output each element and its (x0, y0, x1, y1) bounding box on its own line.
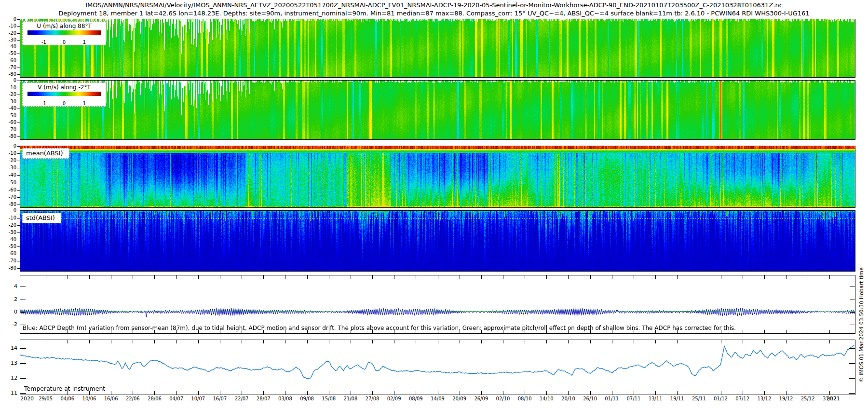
x-axis-date-label: 02/09 (383, 396, 405, 401)
depth-tick-mark (17, 197, 20, 198)
depth-tick-mark (17, 137, 20, 137)
depth-tick-label: -20 (2, 92, 16, 97)
u-legend-label: U (m/s) along 88°T (23, 23, 106, 29)
u-velocity-heatmap (20, 19, 855, 77)
x-axis-date-label: 01/12 (710, 396, 732, 401)
u-colorbar-tick-neg1: -1 (41, 40, 46, 45)
depth-tick-label: -40 (2, 237, 16, 242)
depth-tick-mark (17, 26, 20, 27)
depth-tick-mark (17, 218, 20, 219)
depth-tick-mark (17, 33, 20, 34)
depth-tick-mark (17, 246, 20, 247)
mean-absi-label: mean(ABSI) (22, 148, 69, 159)
depth-tick-label: -70 (2, 127, 16, 132)
x-axis-date-label: 10/07 (188, 396, 209, 401)
depth-tick-mark (17, 232, 20, 233)
depth-tick-label: -60 (2, 120, 16, 125)
depth-tick-label: -30 (2, 37, 16, 42)
std-absi-panel: std(ABSI) (20, 210, 855, 272)
depth-tick-label: -50 (2, 51, 16, 56)
depth-tick-label: -70 (2, 194, 16, 200)
x-axis-date-label: 16/06 (100, 396, 122, 401)
depth-tick-label: -50 (2, 180, 16, 185)
depth-tick-label: 0 (2, 16, 16, 22)
imos-copyright-watermark: © IMOS 01-Mar-2024 03:50:30 Hobart time (858, 267, 865, 383)
depth-tick-mark (17, 190, 20, 191)
x-axis-date-label: 03/08 (274, 396, 296, 401)
depth-tick-mark (17, 81, 20, 81)
x-axis-date-label: 07/12 (732, 396, 753, 401)
depth-tick-label: -60 (2, 58, 16, 63)
depth-tick-mark (17, 153, 20, 154)
depth-tick-label: -70 (2, 65, 16, 70)
depth-tick-label: -30 (2, 230, 16, 235)
depth-tick-mark (17, 116, 20, 116)
u-velocity-panel: U (m/s) along 88°T -1 0 1 (20, 19, 855, 78)
v-colorbar-tick-1: 1 (83, 101, 86, 106)
x-axis-date-label: 13/12 (754, 396, 775, 401)
x-axis-date-label: 07/11 (623, 396, 644, 401)
depth-tick-label: -20 (2, 30, 16, 36)
depth-tick-mark (17, 146, 20, 147)
depth-tick-label: -50 (2, 113, 16, 118)
depth-tick-mark (17, 123, 20, 123)
mean-absi-panel: mean(ABSI) (20, 146, 855, 208)
depth-axis-tick-label: -2 (4, 321, 17, 328)
v-colorbar-legend: V (m/s) along -2°T -1 0 1 (22, 82, 106, 107)
depth-tick-label: -10 (2, 215, 16, 220)
x-axis-date-label: 04/06 (57, 396, 78, 401)
v-colorbar (27, 92, 101, 96)
x-axis-date-label: 29/05 (35, 396, 56, 401)
temperature-axis-tick-label: 14 (4, 345, 17, 351)
depth-tick-mark (17, 54, 20, 54)
depth-tick-mark (17, 47, 20, 47)
x-axis-date-label: 08/10 (514, 396, 535, 401)
v-velocity-panel: V (m/s) along -2°T -1 0 1 (20, 80, 855, 140)
depth-tick-label: -30 (2, 165, 16, 170)
x-axis-year-end: 2021 (827, 396, 840, 402)
depth-tick-mark (17, 168, 20, 168)
temperature-axis-tick-label: 12 (4, 375, 17, 381)
depth-tick-mark (17, 74, 20, 75)
temperature-panel (20, 340, 855, 395)
x-axis-date-label: 28/06 (144, 396, 165, 401)
u-colorbar-legend: U (m/s) along 88°T -1 0 1 (22, 21, 106, 45)
depth-tick-mark (17, 211, 20, 211)
depth-tick-mark (17, 205, 20, 205)
x-axis-date-label: 25/11 (688, 396, 709, 401)
depth-axis-tick-label: 4 (4, 283, 17, 289)
depth-tick-label: -60 (2, 251, 16, 256)
depth-tick-label: -40 (2, 44, 16, 49)
mean-absi-heatmap (20, 146, 855, 207)
depth-tick-mark (17, 130, 20, 130)
depth-tick-mark (17, 102, 20, 102)
x-axis-date-label: 25/12 (797, 396, 818, 401)
depth-axis-tick-label: 0 (4, 309, 17, 315)
x-axis-date-label: 19/12 (775, 396, 797, 401)
depth-tick-label: -80 (2, 71, 16, 77)
depth-tick-label: -80 (2, 202, 16, 207)
v-legend-label: V (m/s) along -2°T (23, 84, 106, 91)
x-axis-date-label: 16/07 (209, 396, 231, 401)
depth-tick-label: -10 (2, 23, 16, 28)
u-colorbar (27, 30, 101, 35)
x-axis-date-label: 27/08 (362, 396, 383, 401)
depth-tick-mark (17, 61, 20, 61)
x-axis-date-label: 08/09 (405, 396, 426, 401)
temperature-axis-tick-label: 11 (4, 390, 17, 396)
depth-tick-mark (17, 68, 20, 68)
depth-variation-annotation: Blue: ADCP Depth (m) variation from sens… (23, 325, 736, 331)
depth-tick-mark (17, 254, 20, 254)
depth-tick-label: -20 (2, 222, 16, 228)
x-axis-date-label: 04/07 (166, 396, 187, 401)
depth-tick-mark (17, 40, 20, 41)
depth-tick-mark (17, 175, 20, 176)
depth-tick-mark (17, 19, 20, 20)
depth-tick-mark (17, 109, 20, 109)
figure-subtitle-deployment-info: Deployment 18, member 1 lat=42.6S lon=14… (0, 10, 868, 17)
depth-tick-label: -10 (2, 150, 16, 156)
depth-tick-mark (17, 240, 20, 240)
adcp-timeseries-figure: IMOS/ANMN/NRS/NRSMAI/Velocity/IMOS_ANMN-… (0, 0, 868, 410)
depth-tick-label: -80 (2, 134, 16, 139)
u-colorbar-tick-1: 1 (83, 40, 86, 45)
